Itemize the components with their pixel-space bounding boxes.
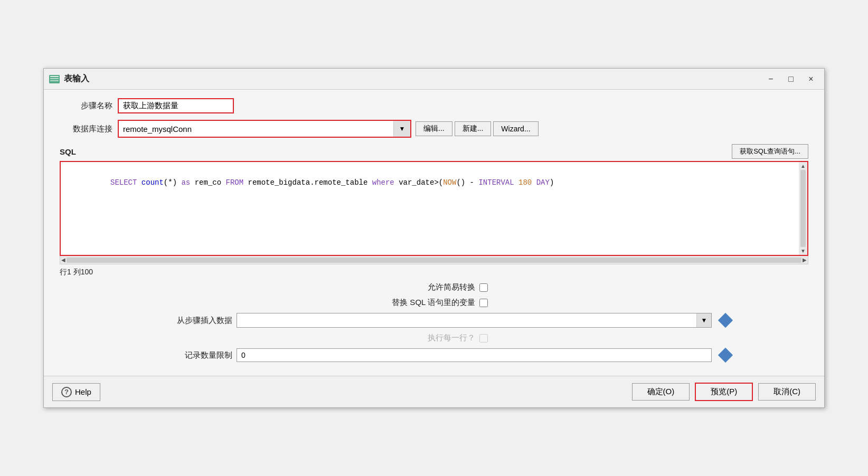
limit-input-wrap (237, 348, 712, 362)
replace-vars-row: 替换 SQL 语句里的变量 (380, 298, 488, 308)
db-connection-select[interactable]: remote_mysqlConn (119, 122, 393, 136)
step-name-label: 步骤名称 (60, 101, 112, 111)
insert-diamond-icon (718, 313, 733, 328)
replace-vars-checkbox[interactable] (479, 299, 488, 307)
svg-rect-1 (50, 76, 59, 77)
limit-diamond-icon (718, 348, 733, 363)
simple-convert-label: 允许简易转换 (380, 282, 475, 292)
svg-rect-2 (50, 78, 59, 79)
replace-vars-label: 替换 SQL 语句里的变量 (380, 298, 475, 308)
scroll-h-inner: ◀ ▶ (60, 256, 808, 264)
minimize-button[interactable]: − (763, 73, 779, 85)
exec-each-checkbox[interactable] (479, 334, 488, 342)
exec-each-label: 执行每一行？ (380, 333, 475, 343)
scroll-right-icon[interactable]: ▶ (801, 256, 808, 264)
limit-input[interactable] (237, 348, 712, 362)
sql-editor[interactable]: SELECT count(*) as rem_co FROM remote_bi… (61, 162, 807, 246)
footer: ? Help 确定(O) 预览(P) 取消(C) (44, 376, 824, 407)
new-button[interactable]: 新建... (455, 121, 492, 136)
sql-header: SQL 获取SQL查询语句... (60, 144, 808, 159)
db-buttons: 编辑... 新建... Wizard... (416, 121, 539, 136)
main-window: 表输入 − □ × 步骤名称 数据库连接 remote_mysqlConn ▼ … (43, 68, 825, 408)
simple-convert-row: 允许简易转换 (380, 282, 488, 292)
preview-button[interactable]: 预览(P) (695, 383, 753, 401)
sql-section: SQL 获取SQL查询语句... SELECT count(*) as rem_… (60, 144, 808, 264)
db-dropdown-arrow-icon[interactable]: ▼ (393, 121, 410, 137)
limit-row: 记录数量限制 (137, 348, 731, 362)
db-select-wrap: remote_mysqlConn ▼ (118, 120, 411, 138)
window-controls: − □ × (763, 73, 819, 85)
help-label: Help (75, 387, 91, 396)
insert-from-step-select[interactable] (237, 314, 696, 327)
fetch-sql-button[interactable]: 获取SQL查询语句... (732, 144, 808, 159)
scroll-down-icon[interactable]: ▼ (799, 247, 807, 255)
cancel-button[interactable]: 取消(C) (758, 383, 816, 401)
options-section: 允许简易转换 替换 SQL 语句里的变量 从步骤插入数据 ▼ 执行每一行？ (60, 282, 808, 362)
help-button[interactable]: ? Help (52, 383, 100, 401)
sql-editor-wrap: SELECT count(*) as rem_co FROM remote_bi… (60, 161, 808, 256)
scroll-thumb-horizontal[interactable] (67, 258, 801, 263)
step-name-input[interactable] (118, 98, 234, 113)
step-name-row: 步骤名称 (60, 98, 808, 113)
exec-each-row: 执行每一行？ (380, 333, 488, 343)
simple-convert-checkbox[interactable] (479, 283, 488, 292)
confirm-button[interactable]: 确定(O) (632, 383, 690, 401)
insert-dropdown-arrow-icon[interactable]: ▼ (696, 313, 711, 327)
titlebar: 表输入 − □ × (44, 69, 824, 90)
main-content: 步骤名称 数据库连接 remote_mysqlConn ▼ 编辑... 新建..… (44, 90, 824, 376)
window-icon (49, 75, 60, 83)
insert-select-wrap: ▼ (237, 313, 712, 328)
sql-scrollbar-horizontal[interactable]: ◀ ▶ (60, 256, 808, 264)
maximize-button[interactable]: □ (783, 73, 799, 85)
edit-button[interactable]: 编辑... (416, 121, 452, 136)
insert-from-step-label: 从步骤插入数据 (137, 316, 232, 326)
help-icon: ? (61, 387, 72, 397)
svg-rect-3 (50, 80, 59, 81)
window-title: 表输入 (64, 73, 763, 84)
insert-from-step-row: 从步骤插入数据 ▼ (137, 313, 731, 328)
limit-label: 记录数量限制 (137, 350, 232, 360)
close-button[interactable]: × (803, 73, 819, 85)
cursor-position: 行1 列100 (60, 268, 808, 277)
db-connection-label: 数据库连接 (60, 124, 112, 134)
wizard-button[interactable]: Wizard... (493, 121, 538, 136)
scroll-left-icon[interactable]: ◀ (60, 256, 67, 264)
sql-label: SQL (60, 147, 76, 156)
db-connection-row: 数据库连接 remote_mysqlConn ▼ 编辑... 新建... Wiz… (60, 120, 808, 138)
